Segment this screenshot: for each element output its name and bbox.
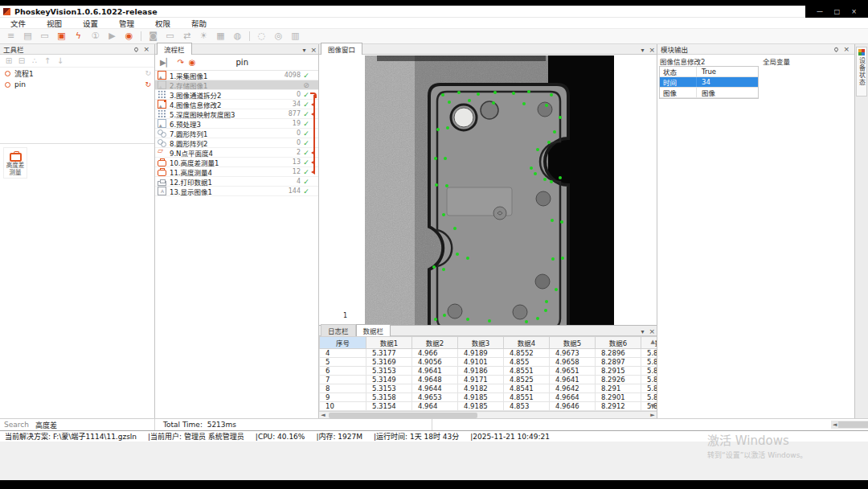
run-once-icon[interactable]: ϟ (72, 30, 85, 43)
flow-step-10[interactable]: 10.高度差测量113✓ (155, 158, 318, 167)
pin-icon[interactable] (833, 46, 839, 51)
menu-item-3[interactable]: 设置 (72, 18, 108, 29)
light-source-icon[interactable]: ☀ (197, 30, 211, 43)
flow-step-6[interactable]: 6.预处理319✓ (155, 119, 318, 129)
refresh-icon[interactable]: ↻ (145, 69, 151, 77)
display-window-icon[interactable]: ▭ (163, 30, 177, 43)
tree-item-1[interactable]: 流程1↻ (0, 68, 154, 79)
tool-search-box[interactable]: Search 高度差 (0, 419, 155, 430)
tab-device-status[interactable]: 设备状态 (856, 47, 867, 97)
tab-flow[interactable]: 流程栏 (157, 43, 192, 55)
close-icon[interactable]: × (843, 45, 850, 53)
close-icon[interactable]: × (143, 45, 149, 53)
output-row[interactable]: 时间34 (660, 77, 758, 88)
flow-step-5[interactable]: 5.深度图映射灰度图3877✓ (155, 109, 318, 119)
scrollbar-thumb[interactable] (838, 421, 868, 428)
tool-item-height-diff[interactable]: 高度差测量 (3, 147, 27, 179)
flow-step-2[interactable]: 2.存储图像1⊘ (155, 80, 318, 90)
chevron-down-icon[interactable]: ▾ (641, 328, 644, 335)
camera-icon[interactable]: ◙ (146, 30, 160, 43)
loop-run-icon[interactable]: ↷ (177, 58, 183, 67)
continuous-run-icon[interactable]: ▶ (105, 30, 119, 43)
flow-step-12[interactable]: 12.打印数据14✓ (155, 177, 318, 187)
move-up-icon[interactable]: ↑ (41, 56, 54, 65)
menu-item-6[interactable]: 帮助 (181, 18, 217, 29)
app-title: PhoskeyVision1.0.6.1022-release (14, 7, 158, 16)
table-row[interactable]: 65.31534.96414.91864.85514.96518.29155.8… (320, 367, 657, 376)
stop-run-icon[interactable]: ◉ (122, 30, 136, 43)
scroll-down-icon[interactable]: ▼ (651, 403, 655, 409)
tool-panel: 工具栏 × ⊞⊟∴↑↓ 流程1↻pin↻ 高度差测量 (0, 44, 155, 418)
open-solution-icon[interactable]: ▭ (38, 30, 51, 43)
flow-step-3[interactable]: 3.图像通道拆分20✓ (155, 90, 318, 100)
chevron-down-icon[interactable]: ▾ (302, 47, 305, 54)
chevron-down-icon[interactable]: ▾ (641, 47, 644, 54)
scroll-left-icon[interactable]: ◄ (831, 421, 838, 428)
tab-image-window[interactable]: 图像窗口 (321, 43, 362, 55)
ui-designer-icon[interactable]: ◎ (272, 30, 285, 43)
table-row[interactable]: 45.31774.9664.91894.85524.96738.28965.86… (320, 349, 657, 358)
run-to-icon[interactable]: ▶▏ (160, 58, 172, 67)
flow-step-11[interactable]: 11.高度测量412✓ (155, 167, 318, 177)
tab-data[interactable]: 数据栏 (356, 324, 391, 336)
flow-step-7[interactable]: 7.圆形阵列10✓ (155, 129, 318, 138)
robot-icon[interactable]: ◍ (231, 30, 244, 43)
right-panel-hscrollbar[interactable]: ◄ (831, 421, 868, 429)
refresh-icon[interactable]: ↻ (145, 80, 151, 88)
new-solution-icon[interactable]: ▤ (21, 30, 35, 43)
group-icon[interactable]: ∴ (28, 56, 41, 65)
column-header-data5[interactable]: 数据5 (550, 337, 596, 349)
users-icon[interactable]: ◌ (255, 30, 268, 43)
scroll-right-icon[interactable]: ► (649, 412, 657, 418)
flow-step-4[interactable]: 4.图像信息修改234✓ (155, 100, 318, 109)
menu-item-2[interactable]: 视图 (36, 18, 72, 29)
table-row[interactable]: 105.31544.9644.91854.8534.96468.29125.86… (320, 402, 657, 411)
data-exchange-icon[interactable]: ⇄ (180, 30, 194, 43)
close-icon[interactable]: × (649, 46, 655, 54)
column-header-data4[interactable]: 数据4 (504, 337, 550, 349)
solution-list-icon[interactable]: ≡ (4, 30, 18, 43)
save-solution-icon[interactable]: ▣ (55, 30, 68, 43)
maximize-button[interactable]: □ (834, 6, 841, 18)
remove-icon[interactable]: ⊟ (15, 56, 28, 65)
pin-icon[interactable] (133, 46, 139, 51)
tab-log[interactable]: 日志栏 (321, 324, 356, 336)
flow-step-9[interactable]: 9.N点平面度42✓ (155, 148, 318, 158)
data-table[interactable]: 序号数据1数据2数据3数据4数据5数据6数据745.31774.9664.918… (319, 336, 657, 411)
column-header-data3[interactable]: 数据3 (458, 337, 504, 349)
close-icon[interactable]: × (649, 327, 655, 335)
add-icon[interactable]: ⊞ (2, 56, 15, 65)
table-row[interactable]: 95.31584.96534.91854.85514.96648.29015.8… (320, 393, 657, 402)
stop-flow-icon[interactable]: ◉ (189, 58, 196, 67)
table-row[interactable]: 55.31694.90564.91014.8554.96588.28975.86… (320, 358, 657, 367)
menu-item-4[interactable]: 管理 (108, 18, 145, 29)
scrollbar-track[interactable] (327, 412, 649, 418)
close-icon[interactable]: × (310, 46, 317, 54)
move-down-icon[interactable]: ↓ (54, 56, 67, 65)
menu-item-5[interactable]: 权限 (145, 18, 181, 29)
minimize-button[interactable]: — (817, 6, 823, 18)
variables-icon[interactable]: ▥ (289, 30, 302, 43)
column-header-index[interactable]: 序号 (320, 337, 366, 349)
table-row[interactable]: 85.31534.96444.91824.85414.96428.2915.86… (320, 384, 657, 393)
scroll-up-icon[interactable]: ▲ (651, 339, 655, 345)
column-header-data2[interactable]: 数据2 (412, 337, 458, 349)
output-row[interactable]: 图像图像 (660, 88, 758, 98)
output-row[interactable]: 状态True (660, 67, 758, 77)
horizontal-scrollbar[interactable]: ◄ ► (319, 411, 657, 418)
flow-step-1[interactable]: 1.采集图像14098✓ (155, 71, 318, 80)
column-header-data1[interactable]: 数据1 (366, 337, 412, 349)
table-row[interactable]: 75.31494.96484.91714.85254.96418.29265.8… (320, 376, 657, 384)
flow-step-8[interactable]: 8.圆形阵列20✓ (155, 138, 318, 148)
scrollbar-thumb[interactable] (329, 413, 477, 418)
tree-item-2[interactable]: pin↻ (0, 79, 154, 90)
menu-item-1[interactable]: 文件 (0, 18, 36, 29)
image-canvas[interactable]: 1 (319, 55, 657, 325)
scroll-left-icon[interactable]: ◄ (319, 412, 327, 418)
flow-step-13[interactable]: 13.显示图像1144✓ (155, 187, 318, 196)
close-button[interactable]: × (851, 6, 857, 18)
plc-icon[interactable]: ▦ (214, 30, 227, 43)
device-status-icon (858, 49, 865, 55)
step-run-icon[interactable]: ① (88, 30, 102, 43)
column-header-data6[interactable]: 数据6 (596, 337, 641, 349)
